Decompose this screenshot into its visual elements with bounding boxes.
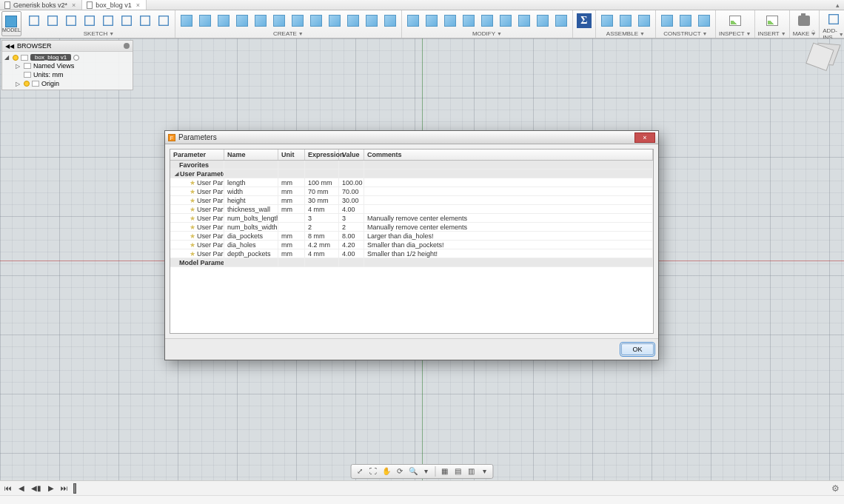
- timeline-start-button[interactable]: ⏮: [3, 484, 13, 492]
- favorite-icon[interactable]: ★: [190, 179, 195, 187]
- split-tool[interactable]: [516, 13, 532, 29]
- cell-name[interactable]: length: [224, 178, 278, 187]
- cell-expression[interactable]: 4 mm: [305, 205, 339, 213]
- group-label[interactable]: INSERT▼: [758, 30, 786, 37]
- sphere-tool[interactable]: [215, 13, 232, 29]
- cell-name[interactable]: height: [224, 196, 278, 204]
- box-tool[interactable]: [178, 13, 195, 29]
- expand-icon[interactable]: ▷: [16, 81, 21, 87]
- rib-tool[interactable]: [326, 13, 343, 29]
- asbuilt-tool[interactable]: [617, 13, 634, 29]
- text-tool[interactable]: [155, 13, 172, 29]
- cell-expression[interactable]: 3: [305, 214, 339, 222]
- cell-unit[interactable]: mm: [278, 205, 305, 213]
- sigma-tool[interactable]: Σ: [576, 13, 592, 29]
- view-control-10[interactable]: ▾: [480, 466, 490, 476]
- cell-unit[interactable]: mm: [278, 232, 305, 240]
- group-label[interactable]: ASSEMBLE▼: [606, 30, 645, 37]
- circle-tool[interactable]: [81, 13, 98, 29]
- favorite-icon[interactable]: ★: [190, 250, 195, 258]
- col-name[interactable]: Name: [224, 149, 278, 160]
- cell-expression[interactable]: 4 mm: [305, 249, 339, 258]
- insert-tool[interactable]: [764, 13, 780, 29]
- col-unit[interactable]: Unit: [278, 149, 305, 160]
- activate-icon[interactable]: [73, 55, 79, 61]
- web-tool[interactable]: [345, 13, 361, 29]
- move-tool[interactable]: [535, 13, 551, 29]
- timeline-end-button[interactable]: ⏭: [59, 484, 70, 492]
- group-label[interactable]: SKETCH▼: [84, 30, 114, 37]
- workspace-switcher[interactable]: MODEL: [1, 11, 21, 36]
- group-label[interactable]: INSPECT▼: [719, 30, 751, 37]
- settings-icon[interactable]: ⚙: [831, 483, 840, 494]
- tree-item[interactable]: ▷Origin: [2, 79, 133, 88]
- favorite-icon[interactable]: ★: [190, 206, 195, 213]
- view-control-9[interactable]: ▥: [466, 466, 477, 476]
- expand-icon[interactable]: ◢: [175, 171, 178, 177]
- cell-expression[interactable]: 2: [305, 223, 339, 231]
- parameter-row[interactable]: ★User Par…num_bolts_width22Manually remo…: [170, 223, 653, 232]
- parameter-row[interactable]: ★User Par…dia_holesmm4.2 mm4.20Smaller t…: [170, 241, 653, 249]
- col-value[interactable]: Value: [339, 149, 364, 160]
- cell-unit[interactable]: mm: [278, 187, 305, 195]
- group-label[interactable]: MODIFY▼: [472, 30, 502, 37]
- revolve-tool[interactable]: [271, 13, 287, 29]
- cell-unit[interactable]: mm: [278, 178, 305, 187]
- cell-comments[interactable]: Smaller than 1/2 height!: [364, 249, 653, 258]
- collapse-icon[interactable]: ◀◀: [5, 43, 14, 50]
- timeline-handle[interactable]: [73, 483, 76, 494]
- group-label[interactable]: CREATE▼: [273, 30, 304, 37]
- browser-header[interactable]: ◀◀ BROWSER: [2, 41, 133, 52]
- timeline-back-button[interactable]: ◀: [17, 484, 26, 492]
- section-favorites[interactable]: Favorites: [170, 161, 653, 169]
- favorite-icon[interactable]: ★: [190, 188, 195, 195]
- expand-icon[interactable]: ◢: [4, 54, 10, 61]
- rect-tool[interactable]: [44, 13, 61, 29]
- cell-name[interactable]: dia_pockets: [224, 232, 278, 240]
- dialog-titlebar[interactable]: F Parameters ×: [165, 131, 658, 144]
- spline-tool[interactable]: [137, 13, 153, 29]
- pipe-tool[interactable]: [382, 13, 398, 29]
- tree-item[interactable]: Units: mm: [2, 70, 133, 79]
- cell-unit[interactable]: [278, 214, 305, 222]
- view-control-1[interactable]: ⛶: [368, 466, 378, 476]
- plane-tool[interactable]: [659, 13, 675, 29]
- line-tool[interactable]: [26, 13, 42, 29]
- timeline-stepback-button[interactable]: ◀▮: [30, 484, 43, 492]
- pattern-tool[interactable]: [234, 13, 250, 29]
- cell-name[interactable]: num_bolts_length: [224, 214, 278, 222]
- cell-expression[interactable]: 8 mm: [305, 232, 339, 240]
- tab-generisk[interactable]: Generisk boks v2* ×: [0, 0, 82, 10]
- close-icon[interactable]: ×: [70, 1, 77, 9]
- cell-name[interactable]: thickness_wall: [224, 205, 278, 213]
- coil-tool[interactable]: [364, 13, 380, 29]
- parameter-row[interactable]: ★User Par…depth_pocketsmm4 mm4.00Smaller…: [170, 249, 653, 258]
- sweep-tool[interactable]: [289, 13, 306, 29]
- parameter-row[interactable]: ★User Par…thickness_wallmm4 mm4.00: [170, 205, 653, 214]
- measure-tool[interactable]: [727, 13, 743, 29]
- axis-tool[interactable]: [677, 13, 694, 29]
- arc-tool[interactable]: [118, 13, 135, 29]
- timeline-track[interactable]: [73, 486, 841, 491]
- timeline-play-button[interactable]: ▶: [47, 484, 56, 492]
- col-expression[interactable]: Expression: [305, 149, 339, 160]
- cell-comments[interactable]: [364, 187, 653, 195]
- cell-comments[interactable]: Manually remove center elements: [364, 214, 653, 222]
- view-control-3[interactable]: ⟳: [395, 466, 405, 476]
- cell-expression[interactable]: 70 mm: [305, 187, 339, 195]
- cell-name[interactable]: num_bolts_width: [224, 223, 278, 231]
- shell-tool[interactable]: [442, 13, 458, 29]
- view-control-2[interactable]: ✋: [381, 466, 392, 476]
- cell-unit[interactable]: [278, 223, 305, 231]
- visibility-icon[interactable]: [13, 55, 19, 61]
- cell-unit[interactable]: mm: [278, 249, 305, 258]
- favorite-icon[interactable]: ★: [190, 224, 195, 231]
- view-control-4[interactable]: 🔍: [408, 466, 418, 476]
- scale-tool[interactable]: [479, 13, 495, 29]
- view-control-0[interactable]: ⤢: [355, 466, 365, 476]
- view-control-5[interactable]: ▾: [421, 466, 432, 476]
- tree-item[interactable]: ▷Named Views: [2, 61, 133, 70]
- cylinder-tool[interactable]: [197, 13, 213, 29]
- tree-root[interactable]: ◢ box_blog v1: [2, 53, 133, 61]
- expand-icon[interactable]: ▷: [16, 63, 21, 70]
